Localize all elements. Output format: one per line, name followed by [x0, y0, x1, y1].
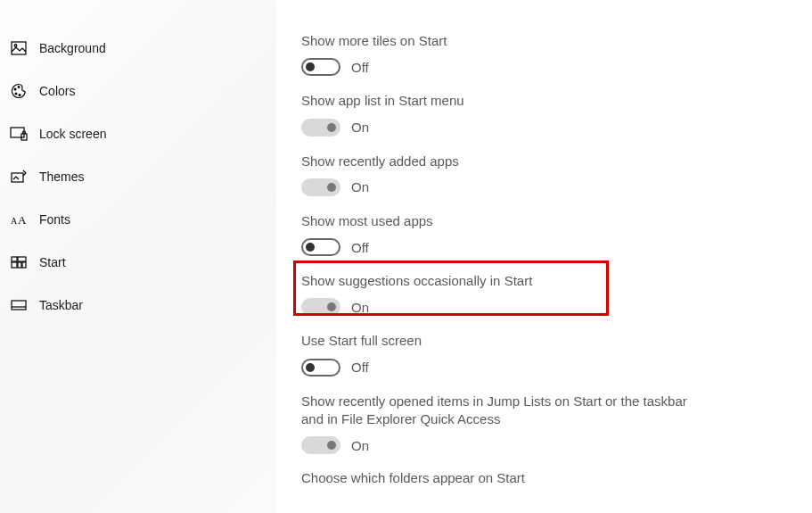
svg-point-5 [18, 87, 20, 88]
svg-point-3 [15, 93, 17, 95]
setting-label: Show more tiles on Start [301, 32, 776, 50]
sidebar-item-label: Fonts [39, 212, 70, 227]
toggle-row: On [301, 178, 776, 196]
toggle-state: On [351, 179, 369, 194]
setting-app-list: Show app list in Start menu On [301, 92, 776, 136]
sidebar-item-start[interactable]: Start [0, 241, 276, 284]
sidebar-item-label: Background [39, 41, 106, 55]
sidebar-item-fonts[interactable]: A A Fonts [0, 198, 276, 241]
toggle-recent-items[interactable] [301, 436, 340, 454]
setting-suggestions: Show suggestions occasionally in Start O… [301, 272, 776, 316]
setting-label: Show app list in Start menu [301, 92, 776, 110]
setting-label: Show recently opened items in Jump Lists… [301, 393, 698, 429]
toggle-state: On [351, 438, 369, 453]
picture-icon [10, 39, 28, 57]
svg-rect-13 [12, 262, 17, 268]
toggle-state: On [351, 300, 369, 315]
taskbar-icon [10, 296, 28, 314]
svg-point-4 [19, 95, 21, 96]
setting-more-tiles: Show more tiles on Start Off [301, 32, 776, 76]
toggle-row: On [301, 436, 776, 454]
sidebar-item-lock-screen[interactable]: Lock screen [0, 112, 276, 155]
toggle-more-tiles[interactable] [301, 58, 340, 76]
svg-text:A: A [18, 213, 27, 227]
svg-text:A: A [11, 216, 18, 226]
toggle-app-list[interactable] [301, 119, 340, 137]
start-icon [10, 253, 28, 271]
sidebar-item-label: Start [39, 255, 66, 269]
toggle-state: Off [351, 360, 369, 375]
setting-label: Use Start full screen [301, 332, 776, 350]
toggle-row: On [301, 119, 776, 137]
toggle-state: Off [351, 60, 369, 75]
themes-icon [10, 168, 28, 186]
svg-point-1 [14, 45, 17, 47]
sidebar-item-label: Taskbar [39, 298, 83, 312]
toggle-most-used[interactable] [301, 238, 340, 256]
svg-rect-16 [12, 301, 26, 310]
setting-most-used: Show most used apps Off [301, 212, 776, 256]
toggle-full-screen[interactable] [301, 359, 340, 376]
settings-content: Show more tiles on Start Off Show app li… [276, 0, 812, 513]
choose-folders-link[interactable]: Choose which folders appear on Start [301, 470, 776, 485]
toggle-state: On [351, 120, 369, 135]
svg-rect-15 [22, 262, 26, 268]
toggle-row: Off [301, 359, 776, 376]
svg-rect-6 [11, 128, 24, 137]
lock-screen-icon [10, 125, 28, 143]
setting-recently-added: Show recently added apps On [301, 153, 776, 196]
svg-rect-11 [12, 257, 17, 261]
toggle-suggestions[interactable] [301, 298, 340, 316]
svg-rect-14 [18, 262, 21, 268]
setting-label: Show most used apps [301, 212, 776, 230]
sidebar-item-background[interactable]: Background [0, 27, 276, 70]
toggle-row: Off [301, 238, 776, 256]
toggle-row: Off [301, 58, 776, 76]
setting-full-screen: Use Start full screen Off [301, 332, 776, 376]
svg-rect-12 [18, 257, 26, 261]
sidebar-item-label: Colors [39, 84, 75, 98]
svg-point-2 [14, 88, 16, 90]
setting-label: Show suggestions occasionally in Start [301, 272, 776, 290]
sidebar-item-label: Lock screen [39, 127, 106, 141]
fonts-icon: A A [10, 211, 28, 228]
toggle-state: Off [351, 240, 369, 255]
toggle-recently-added[interactable] [301, 178, 340, 196]
svg-rect-0 [12, 42, 26, 54]
sidebar: Background Colors Lock screen [0, 0, 276, 513]
setting-recent-items: Show recently opened items in Jump Lists… [301, 393, 776, 455]
setting-label: Show recently added apps [301, 153, 776, 170]
sidebar-item-colors[interactable]: Colors [0, 70, 276, 112]
toggle-row: On [301, 298, 776, 316]
sidebar-item-taskbar[interactable]: Taskbar [0, 284, 276, 327]
palette-icon [10, 82, 28, 100]
sidebar-item-themes[interactable]: Themes [0, 155, 276, 198]
sidebar-item-label: Themes [39, 170, 85, 184]
